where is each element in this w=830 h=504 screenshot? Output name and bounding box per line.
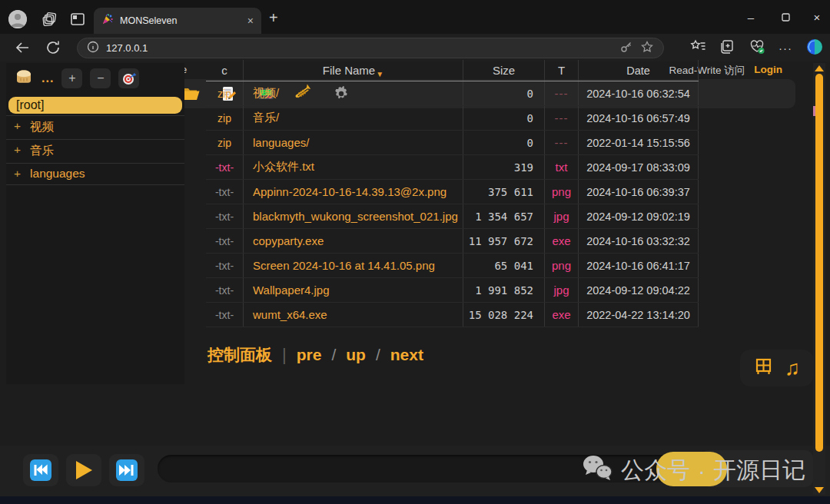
previous-track-button[interactable] (23, 454, 58, 486)
row-action-link[interactable]: -txt- (206, 229, 243, 253)
wechat-watermark: 公众号 · 开源日记 (581, 453, 805, 488)
row-action-link[interactable]: -txt- (206, 180, 243, 204)
scroll-down-icon[interactable] (815, 487, 824, 493)
collections-icon[interactable] (719, 38, 735, 58)
tree-item-label[interactable]: 音乐 (30, 143, 54, 159)
profile-avatar-icon[interactable] (8, 10, 27, 28)
browser-tab[interactable]: MONSeleven × (94, 8, 261, 34)
row-action-link[interactable]: -txt- (206, 155, 243, 179)
column-header-filename[interactable]: File Name▼ (243, 60, 463, 81)
url-text[interactable]: 127.0.0.1 (106, 42, 613, 54)
jump-to-target-button[interactable] (118, 68, 139, 88)
column-header-type[interactable]: T (544, 60, 578, 81)
file-link[interactable]: Appinn-2024-10-16-14.39.13@2x.png (243, 180, 463, 204)
file-link[interactable]: wumt_x64.exe (243, 303, 463, 327)
settings-more-icon[interactable]: ··· (779, 41, 792, 55)
pre-link[interactable]: pre (297, 346, 322, 364)
column-header-c[interactable]: c (206, 60, 243, 81)
tree-narrow-button[interactable]: − (90, 68, 111, 88)
wechat-icon (581, 453, 613, 488)
file-link[interactable]: Wallpaper4.jpg (243, 278, 463, 302)
refresh-icon[interactable] (45, 39, 61, 59)
row-action-link[interactable]: -txt- (206, 278, 243, 302)
table-row[interactable]: -txt- Wallpaper4.jpg 1 991 852 jpg 2024-… (206, 278, 699, 303)
minimize-button[interactable]: – (741, 11, 761, 24)
expand-icon[interactable]: + (14, 143, 21, 159)
workspaces-icon[interactable] (42, 11, 58, 28)
new-tab-button[interactable]: + (269, 9, 278, 27)
tree-item-videos[interactable]: + 视频 (6, 115, 184, 139)
row-action-link[interactable]: -txt- (206, 303, 243, 327)
file-link[interactable]: Screen 2024-10-16 at 14.41.05.png (243, 254, 463, 277)
scrollbar-thumb[interactable] (815, 74, 823, 452)
table-row[interactable]: zip 视频/ 0 --- 2024-10-16 06:32:54 (206, 81, 699, 106)
tree-item-languages[interactable]: + languages (6, 163, 184, 184)
table-row[interactable]: -txt- wumt_x64.exe 15 028 224 exe 2022-0… (206, 303, 699, 327)
next-link[interactable]: next (390, 346, 423, 364)
tree-dots-label[interactable]: ... (42, 71, 54, 85)
file-size: 319 (463, 155, 544, 179)
file-type: jpg (544, 204, 578, 228)
close-button[interactable]: × (807, 11, 827, 24)
file-size: 375 611 (463, 180, 544, 204)
table-row[interactable]: -txt- copyparty.exe 11 957 672 exe 2024-… (206, 229, 699, 254)
tree-item-root[interactable]: [root] (8, 97, 182, 114)
watermark-text: 开源日记 (713, 455, 805, 486)
maximize-button[interactable] (775, 11, 795, 24)
row-action-link[interactable]: -txt- (206, 254, 243, 277)
back-icon[interactable] (14, 39, 31, 59)
file-link[interactable]: 小众软件.txt (243, 155, 463, 179)
window-bottom-edge (0, 496, 830, 504)
tab-close-icon[interactable]: × (247, 15, 254, 27)
tree-item-label[interactable]: 视频 (30, 119, 54, 135)
table-row[interactable]: zip languages/ 0 --- 2022-01-14 15:15:56 (206, 131, 699, 155)
file-date: 2022-01-14 15:15:56 (578, 131, 699, 154)
scroll-up-icon[interactable] (815, 65, 824, 71)
site-info-icon[interactable] (87, 41, 99, 56)
tab-actions-icon[interactable] (69, 11, 86, 28)
expand-icon[interactable]: + (14, 167, 21, 181)
favorite-star-icon[interactable] (640, 40, 654, 57)
password-key-icon[interactable] (619, 40, 633, 57)
tree-item-label[interactable]: languages (30, 167, 85, 181)
next-track-button[interactable] (109, 454, 144, 486)
file-size: 1 354 657 (463, 204, 544, 228)
table-row[interactable]: -txt- blackmyth_wukong_screenshot_021.jp… (206, 204, 699, 229)
login-link[interactable]: Login (754, 64, 782, 78)
file-size: 0 (463, 81, 544, 105)
file-link[interactable]: 音乐/ (243, 106, 463, 130)
file-type: png (544, 180, 578, 204)
favorites-bar-icon[interactable] (690, 38, 706, 58)
expand-icon[interactable]: + (14, 119, 21, 135)
file-size: 0 (463, 131, 544, 154)
table-row[interactable]: -txt- Appinn-2024-10-16-14.39.13@2x.png … (206, 180, 699, 204)
view-toggle-panel: ♫ (740, 350, 813, 386)
file-size: 0 (463, 106, 544, 130)
scrollbar-marker (813, 106, 815, 116)
file-date: 2024-10-16 06:57:49 (578, 106, 699, 130)
row-action-link[interactable]: -txt- (206, 204, 243, 228)
row-action-link[interactable]: zip (206, 106, 243, 130)
tree-item-music[interactable]: + 音乐 (6, 139, 184, 163)
play-button[interactable] (66, 454, 101, 486)
table-row[interactable]: -txt- Screen 2024-10-16 at 14.41.05.png … (206, 254, 699, 278)
row-action-link[interactable]: zip (206, 81, 243, 105)
control-panel-link[interactable]: 控制面板 (208, 344, 272, 366)
table-row[interactable]: zip 音乐/ 0 --- 2024-10-16 06:57:49 (206, 106, 699, 131)
column-header-size[interactable]: Size (463, 60, 544, 81)
browser-essentials-icon[interactable] (749, 38, 765, 58)
up-link[interactable]: up (346, 346, 366, 364)
tree-widen-button[interactable]: + (61, 68, 82, 88)
file-link[interactable]: blackmyth_wukong_screenshot_021.jpg (243, 204, 463, 228)
table-row[interactable]: -txt- 小众软件.txt 319 txt 2024-09-17 08:33:… (206, 155, 699, 180)
breadcrumb-toggle-bread-icon[interactable] (14, 68, 34, 89)
column-header-date[interactable]: Date (578, 60, 699, 81)
file-link[interactable]: 视频/ (243, 81, 463, 105)
grid-view-icon[interactable] (753, 356, 774, 380)
music-player-icon[interactable]: ♫ (785, 356, 800, 380)
file-link[interactable]: languages/ (243, 131, 463, 154)
file-link[interactable]: copyparty.exe (243, 229, 463, 253)
address-bar[interactable]: 127.0.0.1 (77, 38, 664, 58)
row-action-link[interactable]: zip (206, 131, 243, 154)
copilot-icon[interactable] (805, 38, 824, 59)
